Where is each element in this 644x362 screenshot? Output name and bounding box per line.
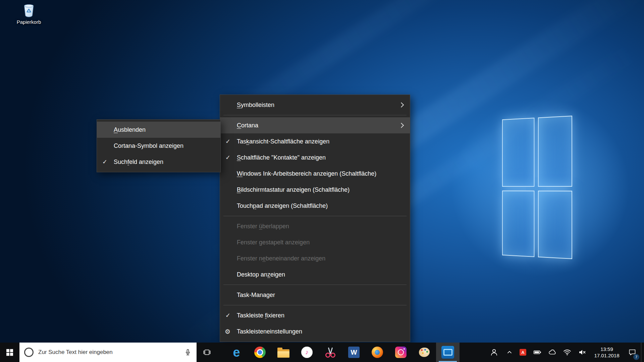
menu-item-label: Taskleisteneinstellungen <box>237 328 302 335</box>
scissors-icon <box>325 347 335 358</box>
file-explorer-app-button[interactable] <box>272 343 295 362</box>
menu-item-task-manager[interactable]: Task-Manager <box>220 287 410 303</box>
cortana-icon <box>24 348 34 357</box>
menu-item-touchpad[interactable]: Touchpad anzeigen (Schaltfläche) <box>220 198 410 214</box>
onedrive-button[interactable] <box>545 343 560 362</box>
red-tray-app-button[interactable]: A <box>516 343 530 362</box>
menu-item-windows-ink[interactable]: Windows Ink-Arbeitsbereich anzeigen (Sch… <box>220 166 410 182</box>
firefox-app-button[interactable] <box>366 343 389 362</box>
microphone-icon[interactable] <box>184 348 192 356</box>
chrome-icon <box>254 347 266 358</box>
red-app-icon: A <box>520 349 526 356</box>
logo-pane <box>538 116 572 187</box>
battery-icon <box>533 348 542 357</box>
menu-item-label: Ausblenden <box>114 126 146 133</box>
scissors-app-button[interactable] <box>319 343 342 362</box>
menu-item-taskleisteneinstellungen[interactable]: ⚙ Taskleisteneinstellungen <box>220 323 410 340</box>
menu-item-label: Fenster nebeneinander anzeigen <box>237 255 325 262</box>
itunes-icon: ♪ <box>301 347 313 358</box>
menu-separator <box>223 285 407 285</box>
instagram-icon <box>395 347 407 358</box>
task-view-icon <box>203 348 211 357</box>
menu-item-fenster-ueberlappen: Fenster überlappen <box>220 218 410 234</box>
windows-logo-wallpaper <box>502 116 572 259</box>
search-input[interactable] <box>38 349 180 356</box>
check-icon: ✓ <box>225 312 230 319</box>
menu-item-label: Windows Ink-Arbeitsbereich anzeigen (Sch… <box>237 170 376 177</box>
clock[interactable]: 13:59 17.01.2018 <box>590 343 624 362</box>
submenu-arrow-icon <box>399 123 404 128</box>
menu-separator <box>223 305 407 305</box>
gear-icon: ⚙ <box>225 328 230 336</box>
menu-item-label: Bildschirmtastatur anzeigen (Schaltfläch… <box>237 186 350 193</box>
clock-time: 13:59 <box>600 346 613 353</box>
menu-separator <box>223 115 407 115</box>
check-icon: ✓ <box>225 138 230 145</box>
menu-item-schaltflaeche-kontakte[interactable]: ✓ Schaltfläche "Kontakte" anzeigen <box>220 149 410 166</box>
menu-item-bildschirmtastatur[interactable]: Bildschirmtastatur anzeigen (Schaltfläch… <box>220 182 410 198</box>
task-view-button[interactable] <box>197 343 217 362</box>
battery-button[interactable] <box>530 343 545 362</box>
submenu-arrow-icon <box>399 102 404 108</box>
menu-item-fenster-nebeneinander: Fenster nebeneinander anzeigen <box>220 250 410 266</box>
cortana-search-box[interactable] <box>19 343 197 362</box>
taskbar-context-menu: Symbolleisten Cortana ✓ Taskansicht-Scha… <box>220 95 410 342</box>
tray-expand-button[interactable] <box>503 343 516 362</box>
itunes-app-button[interactable]: ♪ <box>295 343 319 362</box>
file-explorer-icon <box>277 349 289 358</box>
menu-item-label: Task-Manager <box>237 292 275 299</box>
show-desktop-button[interactable] <box>641 343 644 362</box>
logo-pane <box>502 191 534 257</box>
edge-icon: e <box>233 346 240 359</box>
recycle-bin-label: Papierkorb <box>17 19 41 25</box>
people-button[interactable] <box>485 343 503 362</box>
chrome-app-button[interactable] <box>248 343 272 362</box>
network-button[interactable] <box>560 343 575 362</box>
menu-item-label: Cortana <box>237 122 258 129</box>
menu-item-taskleiste-fixieren[interactable]: ✓ Taskleiste fixieren <box>220 307 410 323</box>
windows-start-icon <box>6 348 14 356</box>
menu-item-ausblenden[interactable]: Ausblenden <box>97 122 220 138</box>
menu-item-label: Fenster überlappen <box>237 223 289 230</box>
menu-item-cortana-symbol-anzeigen[interactable]: Cortana-Symbol anzeigen <box>97 138 220 154</box>
people-icon <box>490 348 498 357</box>
firefox-icon <box>372 347 383 358</box>
word-app-button[interactable]: W <box>342 343 366 362</box>
menu-item-label: Desktop anzeigen <box>237 271 285 278</box>
menu-item-fenster-gestapelt: Fenster gestapelt anzeigen <box>220 234 410 250</box>
menu-item-label: Suchfeld anzeigen <box>114 159 163 166</box>
menu-item-label: Symbolleisten <box>237 102 274 109</box>
recycle-bin-desktop-icon[interactable]: Papierkorb <box>11 3 46 25</box>
action-center-button[interactable]: 7 <box>624 343 641 362</box>
active-app-button[interactable] <box>436 343 460 362</box>
taskbar: e ♪ W <box>0 343 644 362</box>
logo-pane <box>502 118 534 187</box>
taskbar-app-icons: e ♪ W <box>225 343 460 362</box>
logo-pane <box>538 191 572 259</box>
start-button[interactable] <box>0 343 19 362</box>
menu-item-taskansicht-schaltflaeche[interactable]: ✓ Taskansicht-Schaltfläche anzeigen <box>220 133 410 149</box>
menu-item-cortana[interactable]: Cortana <box>220 117 410 133</box>
check-icon: ✓ <box>225 154 230 161</box>
menu-item-label: Taskansicht-Schaltfläche anzeigen <box>237 138 329 145</box>
menu-item-desktop-anzeigen[interactable]: Desktop anzeigen <box>220 266 410 283</box>
volume-muted-icon <box>578 348 587 357</box>
menu-item-label: Fenster gestapelt anzeigen <box>237 239 310 246</box>
wifi-icon <box>563 348 572 357</box>
notification-badge: 7 <box>633 354 639 360</box>
paint-app-button[interactable] <box>413 343 436 362</box>
edge-app-button[interactable]: e <box>225 343 248 362</box>
clock-date: 17.01.2018 <box>594 352 619 359</box>
menu-item-label: Touchpad anzeigen (Schaltfläche) <box>237 202 328 209</box>
cloud-icon <box>548 348 557 357</box>
menu-item-label: Taskleiste fixieren <box>237 312 284 319</box>
volume-button[interactable] <box>575 343 590 362</box>
menu-separator <box>223 216 407 216</box>
cortana-submenu: Ausblenden Cortana-Symbol anzeigen ✓ Suc… <box>97 119 221 172</box>
menu-item-label: Cortana-Symbol anzeigen <box>114 142 183 149</box>
menu-item-suchfeld-anzeigen[interactable]: ✓ Suchfeld anzeigen <box>97 154 220 170</box>
instagram-app-button[interactable] <box>389 343 413 362</box>
recycle-bin-icon <box>21 3 37 18</box>
menu-item-label: Schaltfläche "Kontakte" anzeigen <box>237 154 326 161</box>
menu-item-symbolleisten[interactable]: Symbolleisten <box>220 97 410 113</box>
